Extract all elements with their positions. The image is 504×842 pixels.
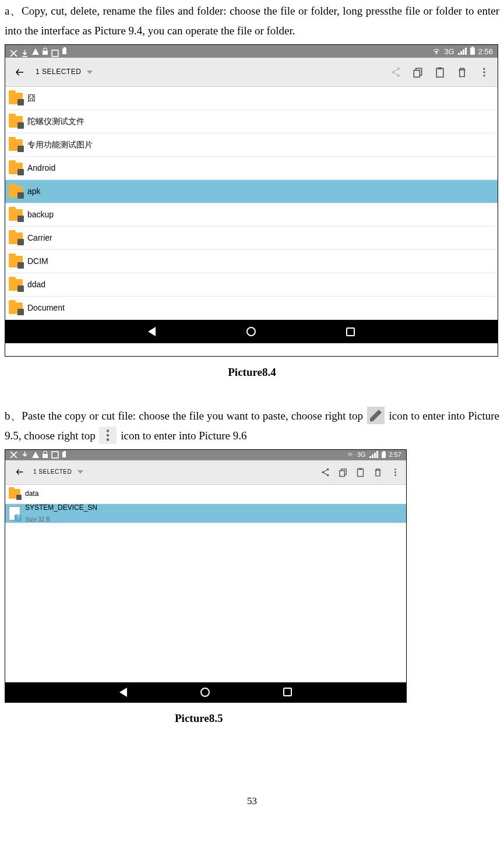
folder-icon (9, 232, 23, 244)
notif-icon (21, 451, 29, 459)
para-b-part1: b、Paste the copy or cut file: choose the… (5, 410, 363, 422)
svg-rect-5 (414, 71, 420, 77)
nav-back-icon[interactable] (148, 327, 156, 336)
battery-small-icon (62, 452, 66, 457)
copy-icon[interactable] (334, 461, 351, 482)
empty-area (5, 523, 406, 682)
wifi-icon (432, 47, 440, 55)
folder-name: Carrier (27, 231, 52, 245)
folder-icon (9, 163, 23, 174)
svg-rect-20 (357, 469, 363, 477)
action-bar: 1 SELECTED (5, 58, 498, 87)
svg-point-22 (394, 468, 396, 470)
folder-icon (9, 256, 23, 267)
svg-rect-0 (52, 50, 58, 57)
item-name: data (25, 488, 38, 501)
folder-name: 陀螺仪测试文件 (27, 114, 84, 129)
file-row[interactable]: DCIM (5, 250, 498, 273)
signal-text: 3G (357, 449, 366, 461)
battery-small-icon (62, 48, 66, 54)
nav-bar (5, 682, 406, 702)
share-icon[interactable] (385, 59, 407, 85)
nav-recent-icon[interactable] (346, 327, 355, 336)
dropdown-icon[interactable] (87, 71, 93, 74)
folder-icon (9, 489, 20, 499)
lock-icon (43, 51, 48, 55)
signal-icon (369, 452, 378, 458)
page-number: 53 (5, 792, 499, 811)
svg-rect-14 (52, 452, 58, 459)
screenshot-picture-8-5: 3G 2:57 1 SELECTED dataSYSTEM_DEVICE_SNS… (5, 449, 407, 703)
status-bar: 3G 2:57 (5, 450, 406, 460)
file-row[interactable]: 陀螺仪测试文件 (5, 110, 498, 133)
signal-icon (458, 48, 467, 55)
svg-point-23 (394, 471, 396, 473)
paragraph-b: b、Paste the copy or cut file: choose the… (5, 406, 499, 446)
item-text: SYSTEM_DEVICE_SNSize 32 B (25, 502, 97, 526)
svg-point-9 (483, 71, 485, 73)
folder-icon (9, 93, 23, 104)
nav-home-icon[interactable] (200, 688, 210, 697)
paste-icon[interactable] (351, 461, 369, 482)
paragraph-a: a、Copy, cut, delete, rename the files an… (5, 1, 499, 41)
svg-rect-21 (358, 468, 362, 470)
file-row[interactable]: 专用功能测试图片 (5, 133, 498, 157)
svg-point-10 (483, 75, 485, 76)
file-list: 囧陀螺仪测试文件专用功能测试图片AndroidapkbackupCarrierD… (5, 87, 498, 320)
pencil-icon (367, 407, 385, 424)
back-icon[interactable] (13, 467, 26, 477)
folder-name: 囧 (27, 91, 36, 105)
folder-icon (9, 209, 23, 221)
file-row[interactable]: Carrier (5, 227, 498, 250)
delete-icon[interactable] (369, 461, 386, 482)
item-name: SYSTEM_DEVICE_SN (25, 502, 97, 515)
file-row[interactable]: SYSTEM_DEVICE_SNSize 32 B (5, 504, 406, 523)
nav-recent-icon[interactable] (283, 688, 292, 696)
file-row[interactable]: apk (5, 180, 498, 203)
svg-rect-19 (339, 471, 344, 477)
delete-icon[interactable] (451, 59, 473, 85)
svg-point-12 (107, 434, 110, 437)
wifi-icon (347, 452, 354, 459)
file-list: dataSYSTEM_DEVICE_SNSize 32 B (5, 485, 406, 523)
notif-icon (10, 451, 17, 459)
folder-name: apk (27, 184, 41, 199)
back-icon[interactable] (13, 67, 26, 77)
paste-icon[interactable] (429, 59, 451, 85)
item-text: data (25, 488, 38, 501)
svg-point-13 (107, 439, 110, 442)
screenshot-picture-8-4: 3G 2:56 1 SELECTED 囧陀螺仪测试文件专用功能测试图片And (5, 44, 498, 357)
file-row[interactable]: ddad (5, 273, 498, 297)
folder-name: 专用功能测试图片 (27, 138, 93, 152)
nav-home-icon[interactable] (246, 327, 256, 336)
notif-icon (21, 48, 29, 55)
file-row[interactable]: 囧 (5, 87, 498, 110)
folder-name: DCIM (27, 254, 48, 269)
selection-count: 1 SELECTED (36, 66, 81, 79)
overflow-icon[interactable] (386, 461, 404, 482)
notif-icon (51, 48, 59, 55)
nav-back-icon[interactable] (119, 688, 127, 697)
file-icon (9, 506, 20, 520)
share-icon[interactable] (316, 461, 334, 482)
battery-icon (470, 48, 475, 55)
clock-text: 2:56 (478, 45, 493, 58)
dropdown-icon[interactable] (77, 470, 83, 474)
lock-icon (43, 454, 48, 458)
file-row[interactable]: backup (5, 203, 498, 227)
folder-icon (9, 302, 23, 314)
file-row[interactable]: Android (5, 157, 498, 180)
selection-count: 1 SELECTED (33, 467, 72, 477)
file-row[interactable]: Document (5, 297, 498, 320)
notif-icon (10, 48, 17, 55)
copy-icon[interactable] (407, 59, 429, 85)
folder-name: Document (27, 301, 65, 315)
warning-icon (32, 452, 39, 458)
nav-bar (5, 320, 498, 343)
status-bar: 3G 2:56 (5, 45, 498, 58)
folder-icon (9, 139, 23, 151)
svg-point-11 (107, 430, 110, 433)
folder-icon (9, 116, 23, 128)
clock-text: 2:57 (389, 449, 401, 461)
overflow-icon[interactable] (473, 59, 495, 85)
